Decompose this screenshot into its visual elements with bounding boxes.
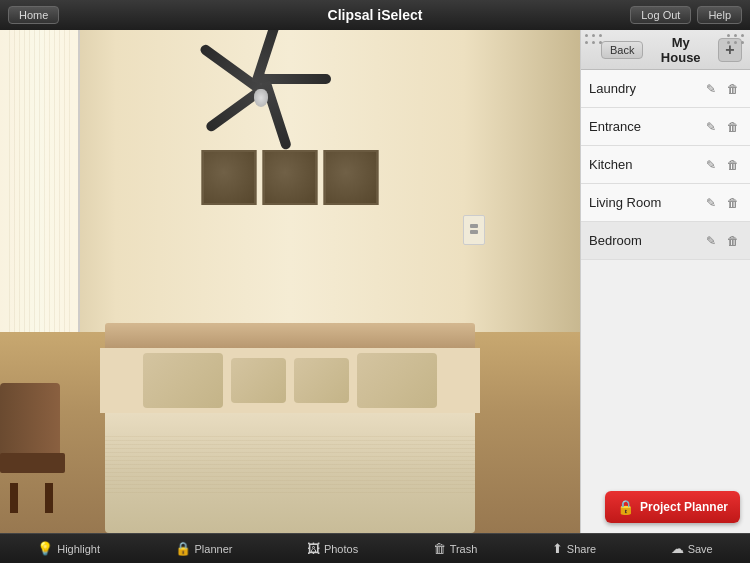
share-icon: ⬆ (552, 541, 563, 556)
room-list: Laundry ✎ 🗑 Entrance ✎ 🗑 Kitchen ✎ 🗑 Liv… (581, 70, 750, 481)
sidebar-item-entrance[interactable]: Entrance ✎ 🗑 (581, 108, 750, 146)
toolbar-item-highlight[interactable]: 💡 Highlight (31, 541, 106, 556)
sidebar: Back My House + Laundry ✎ 🗑 Entrance ✎ 🗑 (580, 30, 750, 533)
trash-icon[interactable]: 🗑 (724, 118, 742, 136)
bed (100, 323, 480, 533)
bed-headboard (105, 323, 475, 348)
room-icons: ✎ 🗑 (702, 118, 742, 136)
pillow-2 (231, 358, 286, 403)
save-label: Save (688, 543, 713, 555)
artwork-1 (202, 150, 257, 205)
artwork-3 (324, 150, 379, 205)
trash-icon[interactable]: 🗑 (724, 194, 742, 212)
room-icons: ✎ 🗑 (702, 194, 742, 212)
trash-label: Trash (450, 543, 478, 555)
chair-leg-2 (45, 483, 53, 513)
bed-cover (105, 413, 475, 533)
window-left (0, 30, 80, 350)
back-button[interactable]: Back (601, 41, 643, 59)
bottom-toolbar: 💡 Highlight 🔒 Planner 🖼 Photos 🗑 Trash ⬆… (0, 533, 750, 563)
planner-icon: 🔒 (175, 541, 191, 556)
room-name: Laundry (589, 81, 702, 96)
sidebar-header: Back My House + (581, 30, 750, 70)
sidebar-item-living-room[interactable]: Living Room ✎ 🗑 (581, 184, 750, 222)
edit-icon[interactable]: ✎ (702, 194, 720, 212)
planner-label: Planner (195, 543, 233, 555)
pillow-4 (357, 353, 437, 408)
power-outlet (463, 215, 485, 245)
toolbar-item-share[interactable]: ⬆ Share (546, 541, 602, 556)
bedroom-image (0, 30, 580, 533)
chair-leg-1 (10, 483, 18, 513)
pillow-3 (294, 358, 349, 403)
toolbar-item-trash[interactable]: 🗑 Trash (427, 541, 484, 556)
toolbar-item-photos[interactable]: 🖼 Photos (301, 541, 364, 556)
toolbar-item-save[interactable]: ☁ Save (665, 541, 719, 556)
chair-seat (0, 453, 65, 473)
trash-icon[interactable]: 🗑 (724, 80, 742, 98)
wall-artworks (202, 150, 379, 205)
trash-icon[interactable]: 🗑 (724, 232, 742, 250)
app-title: Clipsal iSelect (328, 7, 423, 23)
trash-icon[interactable]: 🗑 (724, 156, 742, 174)
sidebar-item-bedroom[interactable]: Bedroom ✎ 🗑 (581, 222, 750, 260)
fan-light (254, 89, 268, 107)
room-icons: ✎ 🗑 (702, 156, 742, 174)
pillow-1 (143, 353, 223, 408)
project-planner-area: 🔒 Project Planner (581, 481, 750, 533)
edit-icon[interactable]: ✎ (702, 156, 720, 174)
room-icons: ✎ 🗑 (702, 232, 742, 250)
sidebar-title: My House (651, 35, 710, 65)
room-icons: ✎ 🗑 (702, 80, 742, 98)
lock-icon: 🔒 (617, 499, 634, 515)
sidebar-item-kitchen[interactable]: Kitchen ✎ 🗑 (581, 146, 750, 184)
share-label: Share (567, 543, 596, 555)
highlight-label: Highlight (57, 543, 100, 555)
outlet-slot-1 (470, 224, 478, 228)
room-name: Living Room (589, 195, 702, 210)
artwork-2 (263, 150, 318, 205)
toolbar-item-planner[interactable]: 🔒 Planner (169, 541, 239, 556)
photo-area (0, 30, 580, 533)
ceiling-fan (181, 45, 341, 125)
room-name: Kitchen (589, 157, 702, 172)
sidebar-item-laundry[interactable]: Laundry ✎ 🗑 (581, 70, 750, 108)
room-name: Entrance (589, 119, 702, 134)
project-planner-label: Project Planner (640, 500, 728, 514)
drag-handle-right (727, 34, 746, 46)
curtain-lines (5, 30, 73, 350)
project-planner-button[interactable]: 🔒 Project Planner (605, 491, 740, 523)
home-button[interactable]: Home (8, 6, 59, 24)
bed-pillows (100, 348, 480, 413)
chair-back (0, 383, 60, 463)
chair-left (0, 383, 70, 513)
outlet-slot-2 (470, 230, 478, 234)
logout-button[interactable]: Log Out (630, 6, 691, 24)
trash-icon: 🗑 (433, 541, 446, 556)
drag-handle-left (585, 34, 604, 46)
bed-stripes (105, 433, 475, 493)
edit-icon[interactable]: ✎ (702, 118, 720, 136)
edit-icon[interactable]: ✎ (702, 80, 720, 98)
photos-icon: 🖼 (307, 541, 320, 556)
room-name: Bedroom (589, 233, 702, 248)
photos-label: Photos (324, 543, 358, 555)
fan-blade-1 (261, 74, 331, 84)
edit-icon[interactable]: ✎ (702, 232, 720, 250)
highlight-icon: 💡 (37, 541, 53, 556)
fan-blade-4 (198, 43, 261, 92)
top-bar: Home Clipsal iSelect Log Out Help (0, 0, 750, 30)
save-icon: ☁ (671, 541, 684, 556)
help-button[interactable]: Help (697, 6, 742, 24)
main-content: Back My House + Laundry ✎ 🗑 Entrance ✎ 🗑 (0, 30, 750, 533)
